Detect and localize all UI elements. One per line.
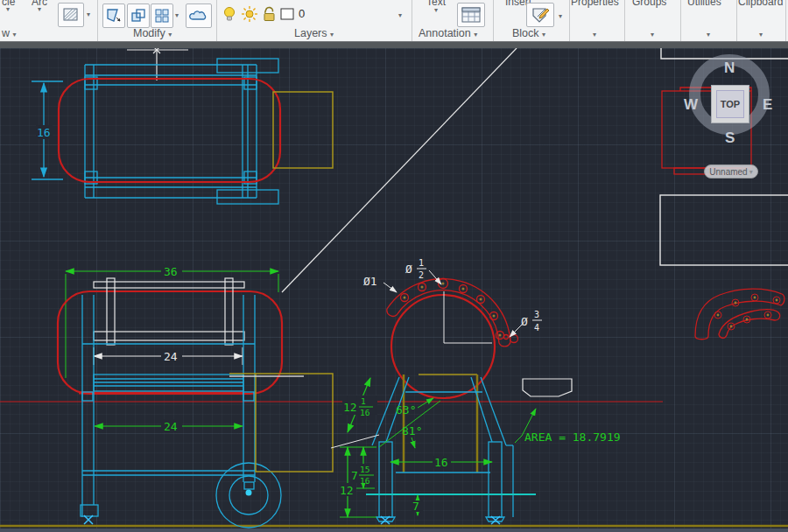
dim-foot-height: 7	[412, 500, 419, 513]
block-dropdown[interactable]: ▾	[555, 9, 566, 23]
chevron-down-icon: ▾	[168, 31, 172, 38]
dim-stand-height: 12	[340, 484, 354, 497]
panel-separator	[493, 0, 494, 41]
drawing-svg: 16 36 24	[0, 48, 788, 532]
dim-offset-num: 15	[360, 465, 369, 474]
front-view: 36 24	[58, 264, 333, 528]
chevron-down-icon: ▾	[474, 31, 477, 38]
stretch-icon	[130, 7, 147, 24]
chevron-down-icon[interactable]: ▾	[38, 5, 41, 13]
hatch-button[interactable]	[58, 3, 84, 27]
wheel-hub	[246, 490, 252, 496]
viewcube-top-face[interactable]: TOP	[711, 85, 749, 123]
end-view: Ø1 Ø 1 2 Ø 3 4	[363, 258, 542, 398]
chevron-down-icon: ▾	[593, 31, 596, 38]
chevron-down-icon: ▾	[13, 31, 17, 38]
draw-panel-label[interactable]: w ▾	[2, 27, 17, 39]
view-name-tooltip[interactable]: Unnamed ▾	[704, 164, 758, 178]
layer-freeze-toggle[interactable]	[241, 4, 258, 24]
autocad-window: cle ▾ Arc ▾ ▾ w ▾	[0, 0, 788, 532]
hatch-dropdown[interactable]: ▾	[83, 5, 94, 23]
construction-diagonal-line	[282, 48, 517, 292]
dim-slant-whole: 12	[343, 401, 357, 414]
viewcube-face-label: TOP	[721, 99, 740, 109]
ribbon: cle ▾ Arc ▾ ▾ w ▾	[0, 0, 788, 41]
chevron-down-icon: ▾	[749, 168, 753, 176]
chevron-down-icon[interactable]: ▾	[434, 6, 438, 14]
view-name-text: Unnamed	[709, 167, 747, 177]
unlock-icon	[260, 5, 278, 23]
table-button[interactable]	[457, 3, 485, 27]
trim-button[interactable]	[102, 4, 125, 28]
drawing-canvas[interactable]: 16 36 24	[0, 48, 788, 532]
current-layer-name[interactable]: 0	[299, 7, 305, 20]
dim-angle-top: 63°	[396, 403, 416, 416]
utilities-panel-expand[interactable]: ▾	[703, 29, 714, 39]
clipboard-panel-title[interactable]: Clipboard	[738, 0, 783, 8]
dim-angle-bottom: 81°	[402, 424, 422, 438]
dim-hole-34-num: 3	[534, 310, 539, 319]
top-view: 16	[32, 48, 333, 204]
table-icon	[461, 6, 482, 24]
groups-panel-expand[interactable]: ▾	[647, 29, 658, 39]
block-panel-label[interactable]: Block ▾	[512, 27, 545, 39]
array-dropdown[interactable]: ▾	[172, 8, 181, 22]
dim-shelf-width: 24	[164, 420, 178, 433]
utilities-panel-title[interactable]: Utilities	[687, 0, 721, 8]
dim-lid-width: 24	[164, 350, 178, 363]
trim-icon	[105, 7, 123, 24]
chevron-down-icon: ▾	[330, 31, 334, 38]
chevron-down-icon: ▾	[175, 11, 179, 19]
hatch-icon	[62, 6, 80, 24]
chevron-down-icon: ▾	[398, 11, 402, 19]
clipboard-panel-expand[interactable]: ▾	[756, 29, 766, 39]
panel-separator	[680, 0, 681, 41]
dim-barrel-length: 36	[164, 265, 178, 278]
annotation-panel-label[interactable]: Annotation ▾	[419, 27, 477, 39]
layer-on-toggle[interactable]	[221, 4, 238, 24]
bottom-strip	[0, 528, 788, 532]
dim-slant-den: 16	[360, 408, 370, 417]
color-swatch-icon	[280, 8, 294, 20]
layer-color-swatch[interactable]	[279, 7, 295, 21]
chevron-down-icon: ▾	[542, 31, 545, 38]
panel-separator	[412, 0, 412, 41]
properties-panel-expand[interactable]: ▾	[589, 29, 600, 39]
layer-list-dropdown[interactable]: ▾	[395, 8, 405, 22]
sun-icon	[241, 5, 258, 23]
array-icon	[153, 7, 171, 24]
groups-panel-title[interactable]: Groups	[632, 0, 666, 8]
lightbulb-icon	[222, 5, 237, 23]
layers-panel-label[interactable]: Layers ▾	[294, 27, 334, 39]
modify-panel-label[interactable]: Modify ▾	[133, 27, 172, 39]
panel-separator	[736, 0, 737, 41]
viewcube-north[interactable]: N	[724, 60, 735, 77]
chevron-down-icon[interactable]: ▾	[6, 5, 10, 13]
dim-offset-whole: 7	[351, 469, 358, 482]
stretch-button[interactable]	[127, 4, 150, 28]
viewcube-south[interactable]: S	[725, 130, 735, 147]
chevron-down-icon: ▾	[707, 31, 710, 38]
array-button[interactable]	[151, 4, 173, 28]
area-text: AREA = 18.7919	[524, 430, 621, 444]
properties-panel-title[interactable]: Properties	[571, 0, 619, 8]
dim-stand-width: 16	[434, 456, 448, 469]
dim-offset-den: 16	[360, 476, 370, 486]
area-callout: AREA = 18.7919	[515, 379, 621, 444]
dim-hole-half-den: 2	[419, 270, 424, 280]
viewcube-west[interactable]: W	[684, 96, 698, 114]
dim-top-depth: 16	[37, 126, 51, 139]
panel-separator	[624, 0, 625, 41]
layer-lock-toggle[interactable]	[260, 4, 278, 24]
chevron-down-icon: ▾	[87, 10, 90, 18]
revision-cloud-button[interactable]	[186, 4, 212, 28]
chevron-down-icon: ▾	[651, 31, 654, 38]
chevron-down-icon: ▾	[759, 31, 763, 38]
viewcube-east[interactable]: E	[763, 96, 772, 114]
panel-separator	[785, 0, 786, 41]
revision-cloud-icon	[189, 7, 208, 24]
panel-separator	[569, 0, 570, 41]
chevron-down-icon: ▾	[559, 12, 562, 20]
edit-attribute-button[interactable]	[526, 3, 554, 27]
panel-separator	[97, 0, 98, 41]
